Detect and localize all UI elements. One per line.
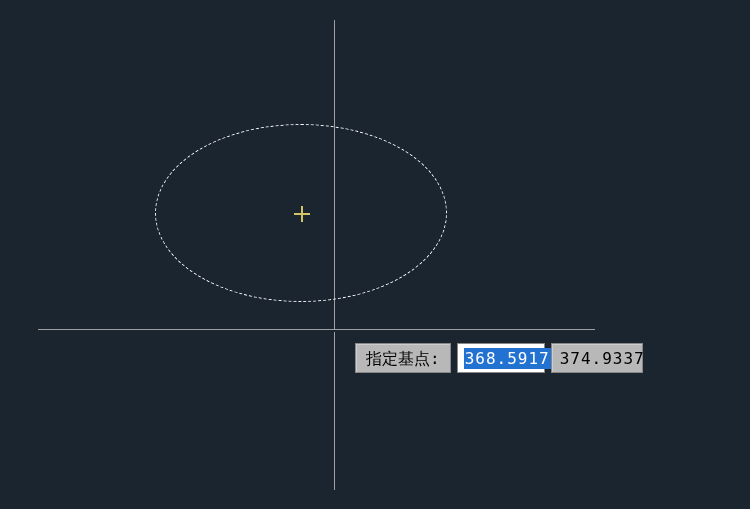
cursor-crosshair-horizontal-left — [38, 329, 371, 330]
y-coordinate-value: 374.9337 — [560, 349, 645, 368]
dynamic-input-panel: 指定基点: 368.5917 374.9337 — [355, 343, 643, 373]
selected-ellipse-shape[interactable] — [155, 124, 447, 302]
y-coordinate-input[interactable]: 374.9337 — [551, 343, 643, 373]
command-prompt-label: 指定基点: — [355, 343, 451, 373]
drawing-canvas[interactable]: 指定基点: 368.5917 374.9337 — [0, 0, 750, 509]
x-coordinate-input[interactable]: 368.5917 — [457, 343, 545, 373]
cursor-crosshair-vertical-bottom — [334, 332, 335, 490]
x-coordinate-value: 368.5917 — [464, 348, 551, 369]
cursor-crosshair-horizontal-right — [335, 329, 595, 330]
